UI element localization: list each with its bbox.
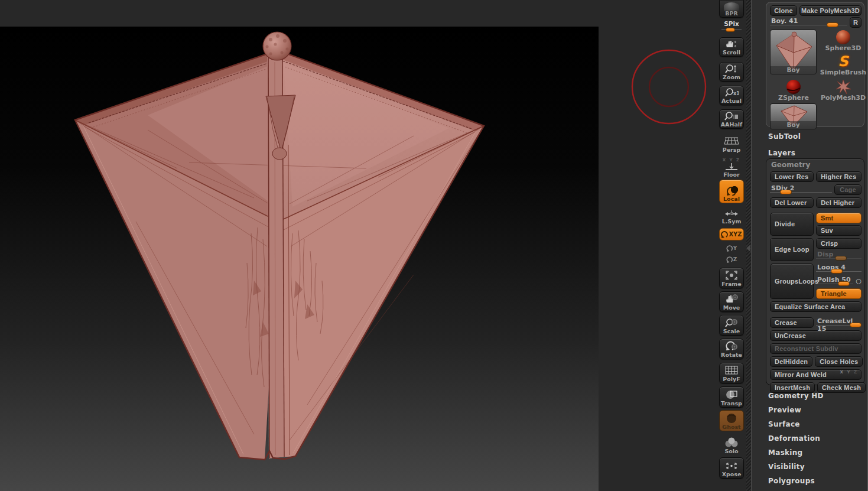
loops-slider[interactable]: Loops 4 — [816, 264, 862, 274]
groups-loops-button[interactable]: GroupsLoops — [770, 264, 814, 299]
perspective-grid-icon — [724, 136, 739, 147]
tool-name-slider[interactable]: Boy. 41 — [770, 17, 847, 28]
scroll-button[interactable]: Scroll — [719, 37, 744, 57]
sphere3d-tool[interactable]: Sphere3D — [820, 30, 867, 52]
rotate-xyz-button[interactable]: XYZ — [719, 228, 744, 240]
suv-toggle[interactable]: Suv — [816, 225, 862, 236]
panel-divider[interactable] — [746, 0, 751, 491]
crease-button[interactable]: Crease — [770, 317, 814, 328]
rotate-button[interactable]: Rotate — [719, 339, 744, 359]
boy-mesh-model — [0, 27, 599, 491]
polyf-button[interactable]: PolyF — [719, 363, 744, 383]
solo-button[interactable]: Solo — [719, 435, 744, 455]
clone-button[interactable]: Clone — [770, 5, 797, 16]
bpr-sphere-icon — [724, 3, 739, 10]
divider-collapse-arrow[interactable] — [746, 245, 750, 252]
visibility-section-header[interactable]: Visibility — [767, 460, 862, 474]
surface-section-header[interactable]: Surface — [767, 417, 862, 431]
polish-modifier-circle[interactable]: ○ — [856, 277, 862, 285]
polyframe-grid-icon — [724, 365, 739, 376]
crisp-toggle[interactable]: Crisp — [816, 238, 862, 249]
simplebrush-tool[interactable]: S SimpleBrush — [820, 54, 867, 76]
loops-handle[interactable] — [831, 269, 843, 274]
rotate-y-button[interactable]: Y — [719, 243, 744, 253]
symmetry-arrows-icon — [724, 210, 739, 218]
crease-lvl-handle[interactable] — [850, 323, 862, 327]
equalize-surface-area-button[interactable]: Equalize Surface Area — [770, 301, 862, 312]
aahalf-button[interactable]: AAHalf — [719, 109, 744, 129]
actual-button[interactable]: x1 Actual — [719, 86, 744, 105]
lsym-button[interactable]: L.Sym — [719, 209, 744, 225]
simplebrush-icon: S — [838, 54, 848, 69]
close-holes-button[interactable]: Close Holes — [815, 356, 863, 367]
sdiv-slider[interactable]: SDiv 2 — [770, 184, 832, 195]
zsphere-tool[interactable]: ZSphere — [770, 79, 817, 102]
rotate-z-button[interactable]: Z — [719, 254, 744, 264]
geometry-hd-section-header[interactable]: Geometry HD — [767, 389, 862, 403]
sphere3d-icon — [834, 30, 852, 45]
scale-button[interactable]: Scale — [719, 315, 744, 336]
frame-button[interactable]: Frame — [719, 268, 744, 288]
restore-config-button[interactable]: R — [850, 17, 862, 28]
zoom-button[interactable]: Zoom — [719, 62, 744, 82]
geometry-section-header[interactable]: Geometry — [770, 160, 862, 171]
del-hidden-button[interactable]: DelHidden — [770, 356, 812, 367]
preview-section-header[interactable]: Preview — [767, 403, 862, 417]
tool-slider-handle[interactable] — [827, 22, 838, 27]
bpr-button[interactable]: BPR — [719, 0, 744, 18]
subtool-section-header[interactable]: SubTool — [767, 130, 863, 143]
solo-spheres-icon — [724, 437, 739, 448]
move-button[interactable]: Move — [719, 291, 744, 312]
rotate-sphere-icon — [724, 341, 739, 352]
triangle-toggle[interactable]: Triangle — [816, 288, 862, 299]
lower-res-button[interactable]: Lower Res — [770, 171, 814, 182]
mirror-axis-y[interactable]: Y — [847, 370, 851, 375]
sdiv-handle[interactable] — [780, 190, 792, 194]
reconstruct-subdiv-button[interactable]: Reconstruct Subdiv — [770, 343, 862, 354]
polygroups-section-header[interactable]: Polygroups — [767, 474, 862, 488]
disp-handle[interactable] — [835, 256, 847, 261]
current-tool-thumbnail[interactable]: Boy — [770, 30, 817, 74]
mirror-axis-z[interactable]: Z — [854, 370, 858, 375]
masking-section-header[interactable]: Masking — [767, 446, 862, 460]
transp-button[interactable]: Transp — [719, 386, 744, 408]
del-lower-button[interactable]: Del Lower — [770, 197, 814, 208]
polymesh3d-tool[interactable]: PolyMesh3D — [820, 79, 867, 102]
camera-orbit-widget[interactable] — [630, 48, 708, 126]
scale-magnifier-icon — [724, 317, 739, 328]
divide-button[interactable]: Divide — [770, 213, 814, 236]
move-hand-icon — [724, 294, 739, 304]
recent-tool-thumbnail[interactable]: Boy — [770, 103, 817, 129]
orbit-inner-ring — [649, 67, 688, 106]
rotate-arrow-icon — [721, 230, 728, 239]
spix-handle[interactable] — [726, 28, 735, 32]
polish-handle[interactable] — [838, 281, 850, 286]
document-canvas[interactable] — [0, 27, 599, 491]
deformation-section-header[interactable]: Deformation — [767, 431, 862, 446]
polish-slider[interactable]: Polish 50 ○ — [816, 276, 862, 287]
edge-loop-button[interactable]: Edge Loop — [770, 238, 814, 261]
rotate-arrow-icon — [726, 245, 733, 252]
xpose-button[interactable]: Xpose — [719, 457, 744, 479]
persp-button[interactable]: Persp — [719, 135, 744, 154]
frame-corners-icon — [724, 270, 739, 281]
local-button[interactable]: Local — [719, 180, 744, 203]
make-polymesh3d-button[interactable]: Make PolyMesh3D — [799, 5, 862, 16]
svg-text:x1: x1 — [733, 91, 739, 96]
higher-res-button[interactable]: Higher Res — [816, 171, 862, 182]
floor-button[interactable]: X Y Z Floor — [719, 157, 744, 178]
smt-toggle[interactable]: Smt — [816, 213, 862, 223]
mirror-axis-x[interactable]: X — [840, 370, 844, 375]
spix-slider[interactable]: SPix — [719, 19, 744, 32]
ghost-button[interactable]: Ghost — [719, 410, 744, 431]
layers-section-header[interactable]: Layers — [767, 147, 863, 160]
del-higher-button[interactable]: Del Higher — [816, 197, 862, 208]
cage-button[interactable]: Cage — [834, 184, 862, 195]
crease-lvl-slider[interactable]: CreaseLvl 15 — [816, 317, 862, 328]
floor-axes[interactable]: X Y Z — [723, 158, 740, 162]
mirror-axes-toggles[interactable]: X Y Z — [840, 370, 858, 375]
disp-slider[interactable]: Disp — [816, 251, 862, 261]
right-shelf: BPR SPix Scroll Zoom x1 Actual — [717, 0, 746, 491]
tool-palette: Clone Make PolyMesh3D Boy. 41 R Boy — [751, 0, 868, 491]
polymesh3d-star-icon — [834, 79, 852, 95]
